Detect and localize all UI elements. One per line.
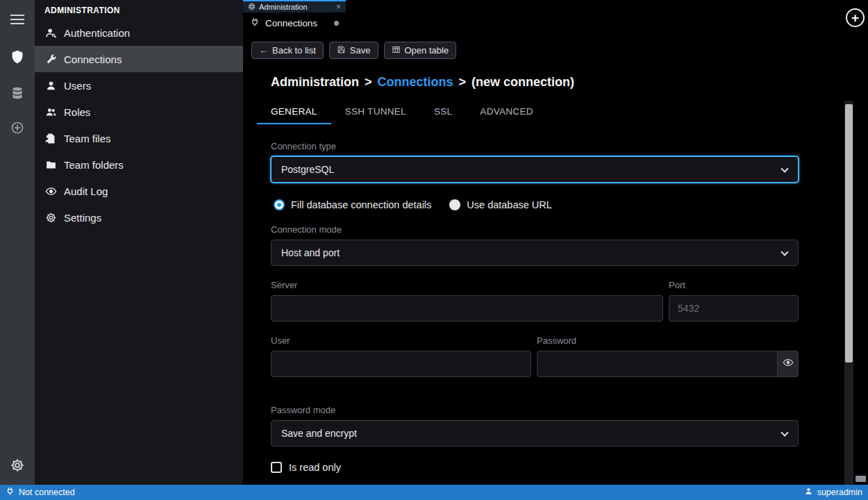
sidebar-item-connections[interactable]: Connections xyxy=(35,46,243,72)
tab-general[interactable]: GENERAL xyxy=(257,106,331,124)
breadcrumb-separator: > xyxy=(365,75,372,89)
read-only-checkbox-row[interactable]: Is read only xyxy=(271,462,799,473)
port-input[interactable] xyxy=(669,295,799,322)
breadcrumb-separator: > xyxy=(459,75,467,89)
radio-checked-icon xyxy=(274,199,285,210)
chevron-down-icon xyxy=(781,428,788,436)
tab-ssh-tunnel[interactable]: SSH TUNNEL xyxy=(331,106,420,124)
tab-advanced[interactable]: ADVANCED xyxy=(466,106,546,124)
connection-type-select[interactable]: PostgreSQL xyxy=(271,156,799,183)
form-tab-bar: GENERAL SSH TUNNEL SSL ADVANCED xyxy=(257,106,799,124)
close-icon[interactable]: × xyxy=(336,2,341,12)
sidebar-item-label: Audit Log xyxy=(64,185,108,197)
server-port-row: Server Port xyxy=(271,280,799,322)
breadcrumb-new-connection: (new connection) xyxy=(471,75,574,89)
floppy-icon xyxy=(337,45,346,56)
radio-unchecked-icon xyxy=(449,199,460,210)
connection-mode-label: Connection mode xyxy=(271,224,799,235)
sidebar-item-label: Authentication xyxy=(64,27,130,39)
tab-administration[interactable]: Administration × xyxy=(243,0,346,12)
sidebar-item-team-folders[interactable]: Team folders xyxy=(35,151,243,178)
checkbox-unchecked-icon xyxy=(271,462,282,473)
sidebar-item-users[interactable]: Users xyxy=(35,72,243,99)
breadcrumb: Administration>Connections>(new connecti… xyxy=(271,75,799,90)
chevron-down-icon xyxy=(781,165,788,172)
eye-icon xyxy=(44,185,57,197)
vertical-scrollbar[interactable] xyxy=(844,101,853,485)
horizontal-scrollbar-thumb[interactable] xyxy=(856,476,866,482)
users-icon xyxy=(44,106,57,118)
server-input[interactable] xyxy=(271,295,663,322)
port-label: Port xyxy=(669,280,799,290)
sidebar-item-authentication[interactable]: Authentication xyxy=(35,19,243,46)
add-button[interactable]: + xyxy=(846,8,865,27)
user-input[interactable] xyxy=(271,351,531,377)
toggle-password-visibility-button[interactable] xyxy=(778,351,799,377)
eye-icon xyxy=(783,357,794,371)
user-icon xyxy=(44,79,57,92)
sidebar-item-label: Roles xyxy=(64,106,90,118)
connection-mode-field: Connection mode Host and port xyxy=(271,224,799,266)
database-icon xyxy=(10,86,24,103)
arrow-left-icon: ← xyxy=(259,46,268,55)
open-table-button[interactable]: Open table xyxy=(384,42,457,59)
breadcrumb-administration[interactable]: Administration xyxy=(271,75,359,89)
sidebar-title: ADMINISTRATION xyxy=(35,0,243,19)
sidebar-item-label: Team files xyxy=(64,133,111,144)
sidebar-item-label: Settings xyxy=(64,212,101,224)
globe-icon xyxy=(248,3,256,12)
tab-label: Connections xyxy=(265,18,317,28)
administration-rail-button[interactable] xyxy=(0,46,35,71)
shield-icon xyxy=(10,49,25,67)
connection-form: Connection type PostgreSQL Fill database… xyxy=(271,141,799,473)
sidebar-item-label: Team folders xyxy=(64,159,124,171)
current-user-text: superadmin xyxy=(817,488,862,497)
sidebar-item-roles[interactable]: Roles xyxy=(35,99,243,125)
password-mode-select[interactable]: Save and encrypt xyxy=(271,420,799,447)
add-connection-rail-button[interactable] xyxy=(0,117,35,142)
editor-toolbar: ← Back to list Save Open table xyxy=(251,42,456,59)
tab-ssl[interactable]: SSL xyxy=(420,106,466,124)
connection-status-text: Not connected xyxy=(19,488,75,497)
server-label: Server xyxy=(271,280,663,290)
user-password-row: User Password xyxy=(271,335,799,377)
settings-rail-button[interactable] xyxy=(0,454,35,479)
connection-type-field: Connection type PostgreSQL xyxy=(271,141,799,183)
connection-mode-select[interactable]: Host and port xyxy=(271,240,799,266)
user-file-icon xyxy=(44,132,57,144)
editor-tab-bar: Connections xyxy=(243,12,346,33)
selected-value: Save and encrypt xyxy=(281,428,357,439)
gear-icon xyxy=(44,211,57,224)
app-root: ADMINISTRATION Authentication Connection… xyxy=(0,0,868,500)
back-to-list-button[interactable]: ← Back to list xyxy=(251,42,324,59)
save-button[interactable]: Save xyxy=(329,42,378,59)
password-mode-label: Password mode xyxy=(271,405,799,415)
wrench-icon xyxy=(44,53,57,65)
connection-source-radio-group: Fill database connection details Use dat… xyxy=(274,199,799,210)
user-label: User xyxy=(271,335,531,346)
database-rail-button[interactable] xyxy=(0,82,35,107)
plus-circle-icon xyxy=(10,121,24,138)
page-tab-bar: Administration × xyxy=(243,0,346,12)
tab-connections-editor[interactable]: Connections xyxy=(243,12,346,33)
chevron-down-icon xyxy=(781,248,788,256)
scrollbar-thumb[interactable] xyxy=(845,104,853,362)
sidebar-item-audit-log[interactable]: Audit Log xyxy=(35,178,243,204)
sidebar-item-label: Users xyxy=(64,80,91,92)
sidebar-item-settings[interactable]: Settings xyxy=(35,204,243,231)
password-field-group xyxy=(537,351,799,377)
admin-sidebar: ADMINISTRATION Authentication Connection… xyxy=(35,0,243,485)
radio-use-database-url[interactable]: Use database URL xyxy=(449,199,552,210)
radio-fill-connection-details[interactable]: Fill database connection details xyxy=(274,199,431,210)
menu-button[interactable] xyxy=(0,7,35,32)
breadcrumb-connections[interactable]: Connections xyxy=(378,75,453,89)
current-user[interactable]: superadmin xyxy=(804,487,862,498)
table-icon xyxy=(392,45,401,56)
password-input[interactable] xyxy=(537,351,778,377)
plug-status-icon xyxy=(6,487,15,498)
user-folder-icon xyxy=(44,158,57,171)
connection-status: Not connected xyxy=(6,487,75,498)
sidebar-item-team-files[interactable]: Team files xyxy=(35,125,243,151)
tab-label: Administration xyxy=(259,3,308,11)
gear-icon xyxy=(10,458,25,476)
